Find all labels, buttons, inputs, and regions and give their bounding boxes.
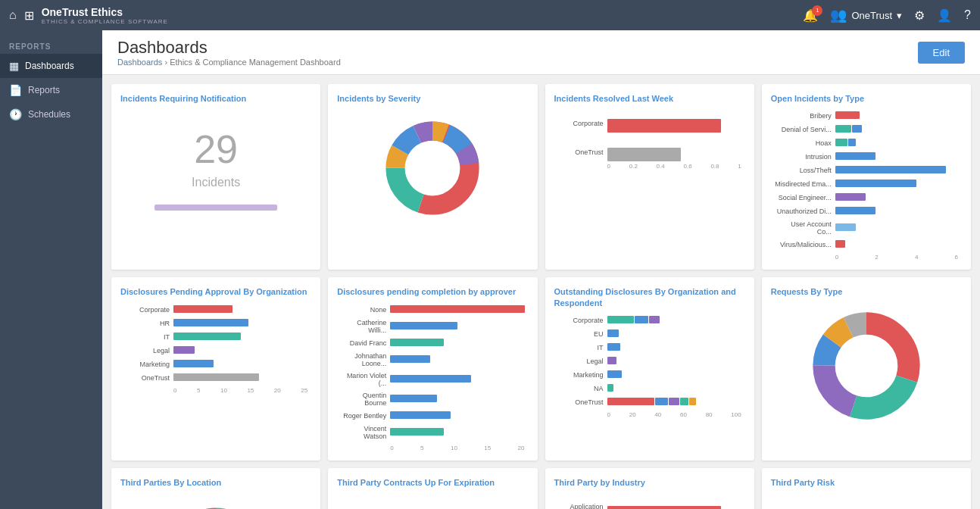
bar-label: Roger Bentley (341, 412, 390, 420)
bar-fill (390, 339, 444, 346)
top-navigation: ⌂ ⊞ OneTrust Ethics ETHICS & COMPLIANCE … (0, 0, 980, 30)
bar-axis: 0510152025 (124, 387, 307, 394)
sidebar: REPORTS ▦ Dashboards 📄 Reports 🕐 Schedul… (0, 30, 102, 509)
card-requests-by-type: Requests By Type (762, 277, 971, 460)
bar-label: Misdirected Ema... (775, 180, 835, 188)
bar-track (607, 148, 741, 157)
dashboard-grid: Incidents Requiring Notification 29 Inci… (102, 75, 980, 509)
donut-svg (379, 115, 485, 221)
bar-axis: 05101520 (341, 445, 524, 451)
svg-point-5 (406, 142, 459, 195)
bar-fill (607, 329, 620, 337)
bar-fill (173, 333, 241, 340)
user-avatar-icon: 👥 (830, 7, 847, 23)
bar-fill-4 (680, 398, 688, 405)
bar-row: IT (558, 343, 741, 352)
profile-icon[interactable]: 👤 (937, 8, 952, 23)
bar-row: Misdirected Ema... (775, 180, 958, 189)
sidebar-item-dashboards-label: Dashboards (25, 61, 74, 71)
bar-row: Vincent Watson (341, 425, 524, 440)
bar-fill (607, 316, 634, 323)
bar-fill-2 (848, 139, 856, 146)
breadcrumb: Dashboards › Ethics & Compliance Managem… (117, 58, 341, 67)
bar-row: OneTrust (558, 398, 741, 407)
page-header: Dashboards Dashboards › Ethics & Complia… (102, 30, 980, 75)
sidebar-item-reports[interactable]: 📄 Reports (0, 78, 102, 102)
notification-icon[interactable]: 🔔 1 (803, 8, 818, 23)
bar-fill (607, 506, 722, 509)
bar-chart: Application Sof... Communication E... Co… (554, 503, 745, 509)
bar-row: Denial of Servi... (775, 125, 958, 134)
card-third-party-risk: Third Party Risk High (762, 468, 971, 509)
sidebar-section-title: REPORTS (0, 36, 102, 54)
bar-fill-2 (852, 125, 862, 133)
bar-fill-5 (689, 398, 696, 405)
big-number-display: 29 Incidents (120, 111, 311, 226)
bar-axis: 020406080100 (558, 411, 741, 418)
bar-fill (173, 319, 248, 326)
card-title: Disclosures Pending Approval By Organiza… (120, 286, 311, 297)
sidebar-item-schedules[interactable]: 🕐 Schedules (0, 102, 102, 126)
dashboard-icon: ▦ (9, 60, 19, 72)
bar-chart: Corporate EU IT (554, 316, 745, 418)
bar-row: IT (124, 333, 307, 342)
requests-donut-chart (771, 305, 962, 426)
brand-subtitle: ETHICS & COMPLIANCE SOFTWARE (42, 18, 168, 25)
bar-row: Legal (558, 357, 741, 366)
bar-row: Intrusion (775, 152, 958, 161)
grid-icon[interactable]: ⊞ (24, 8, 34, 23)
bar-row: Marketing (124, 360, 307, 369)
bar-fill (835, 223, 857, 231)
settings-icon[interactable]: ⚙ (914, 8, 925, 23)
bar-label: Application Sof... (558, 503, 607, 509)
page-title: Dashboards (117, 38, 341, 58)
breadcrumb-home-link[interactable]: Dashboards (117, 58, 162, 67)
bar-fill (173, 305, 233, 313)
bar-fill (173, 373, 259, 381)
bar-label: EU (558, 330, 607, 338)
card-title: Third Parties By Location (120, 477, 311, 488)
bar-fill (835, 193, 866, 201)
bar-fill (607, 398, 654, 405)
donut-chart (337, 111, 528, 225)
bar-row: Quentin Bourne (341, 392, 524, 407)
reports-icon: 📄 (9, 84, 22, 96)
bar-fill (835, 125, 851, 133)
bar-row: None (341, 305, 524, 314)
user-menu[interactable]: 👥 OneTrust ▾ (830, 7, 902, 23)
bar-label: Marketing (558, 371, 607, 379)
bar-fill (173, 360, 214, 367)
brand: OneTrust Ethics ETHICS & COMPLIANCE SOFT… (42, 6, 168, 25)
bar-axis: 0246 (775, 254, 958, 261)
bar-fill (607, 343, 621, 351)
bar-row: Application Sof... (558, 503, 741, 509)
bar-row: Marion Violet (... (341, 372, 524, 387)
bar-fill (835, 139, 847, 146)
bar-row: Catherine Willi... (341, 319, 524, 334)
bar-row: OneTrust (124, 373, 307, 383)
bar-row: Social Engineer... (775, 193, 958, 202)
edit-button[interactable]: Edit (918, 42, 965, 64)
bar-row: NA (558, 384, 741, 393)
home-icon[interactable]: ⌂ (9, 8, 17, 22)
bar-fill (390, 305, 524, 313)
breadcrumb-current: Ethics & Compliance Management Dashboard (170, 58, 341, 67)
sidebar-item-dashboards[interactable]: ▦ Dashboards (0, 54, 102, 78)
bar-row: Bribery (775, 111, 958, 120)
card-title: Third Party by Industry (554, 477, 745, 488)
bar-label: Unauthorized Di... (775, 208, 835, 215)
card-title: Third Party Risk (771, 477, 962, 488)
bar-label: OneTrust (558, 148, 607, 156)
bar-row: User Account Co... (775, 220, 958, 236)
user-name: OneTrust (851, 10, 892, 21)
bar-fill (390, 428, 444, 436)
sidebar-item-schedules-label: Schedules (28, 109, 70, 120)
bar-fill-3 (649, 316, 660, 323)
bar-label: Quentin Bourne (341, 392, 390, 407)
help-icon[interactable]: ? (964, 8, 971, 22)
bar-row: Corporate (558, 316, 741, 325)
bar-row: Hoax (775, 139, 958, 148)
schedules-icon: 🕐 (9, 108, 22, 120)
bar-fill (390, 395, 437, 402)
bar-row: David Franc (341, 339, 524, 348)
